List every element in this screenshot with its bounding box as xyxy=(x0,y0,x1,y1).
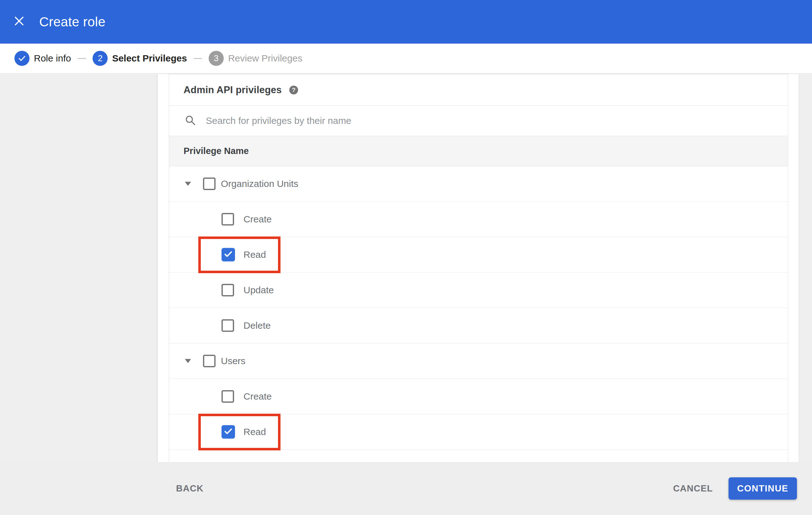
checkbox-unchecked[interactable] xyxy=(222,213,234,225)
checkbox-unchecked[interactable] xyxy=(222,319,234,332)
checkbox-unchecked[interactable] xyxy=(222,390,234,403)
table-row: Read xyxy=(169,414,788,450)
table-row: Organization Units xyxy=(169,166,788,202)
checkmark-icon xyxy=(223,426,233,438)
step-select-privileges[interactable]: 2 Select Privileges xyxy=(92,51,187,66)
step-separator xyxy=(194,58,202,59)
footer-actions: CANCEL CONTINUE xyxy=(673,462,797,515)
search-icon xyxy=(184,115,196,127)
checkbox-checked[interactable] xyxy=(222,248,235,262)
checkbox-unchecked[interactable] xyxy=(203,178,215,190)
table-row: Create xyxy=(169,379,788,414)
close-button[interactable] xyxy=(14,16,25,26)
privilege-label: Delete xyxy=(243,320,271,331)
privilege-search-row xyxy=(169,106,788,136)
privilege-label: Create xyxy=(243,391,272,402)
table-row: Create xyxy=(169,202,788,237)
collapse-triangle-icon[interactable] xyxy=(185,359,191,363)
privilege-label: Create xyxy=(243,214,272,224)
panel-heading-row: Admin API privileges ? xyxy=(169,74,788,106)
privilege-label: Organization Units xyxy=(221,178,298,189)
admin-api-privileges-panel: Admin API privileges ? Privilege Name Or… xyxy=(169,74,788,462)
stepper: Role info 2 Select Privileges 3 Review P… xyxy=(0,43,812,74)
step-role-info[interactable]: Role info xyxy=(14,51,71,66)
step-number-badge: 3 xyxy=(209,51,224,66)
checkbox-unchecked[interactable] xyxy=(222,284,234,296)
table-row: Update xyxy=(169,273,788,308)
continue-button[interactable]: CONTINUE xyxy=(729,477,797,499)
step-label: Select Privileges xyxy=(112,53,187,64)
annotation-highlight-box xyxy=(198,414,281,450)
checkbox-checked[interactable] xyxy=(222,425,235,439)
cancel-button[interactable]: CANCEL xyxy=(673,483,713,494)
privilege-label: Update xyxy=(243,285,274,296)
step-label: Review Privileges xyxy=(228,53,302,64)
step-separator xyxy=(78,58,86,59)
checkbox-unchecked[interactable] xyxy=(203,355,215,367)
table-row-clipped xyxy=(169,450,788,462)
help-icon[interactable]: ? xyxy=(289,86,298,94)
step-label: Role info xyxy=(34,53,71,64)
page-title: Create role xyxy=(39,0,106,43)
left-sidebar-area xyxy=(0,74,157,462)
app-bar: Create role xyxy=(0,0,812,43)
search-input[interactable] xyxy=(206,115,645,126)
step-number-badge: 2 xyxy=(92,51,108,66)
privilege-label: Users xyxy=(221,356,245,366)
back-button[interactable]: BACK xyxy=(176,462,204,515)
annotation-highlight-box xyxy=(198,237,281,273)
checkmark-icon xyxy=(223,249,233,261)
privilege-label: Read xyxy=(243,427,266,437)
step-review-privileges[interactable]: 3 Review Privileges xyxy=(209,51,302,66)
table-row: Users xyxy=(169,343,788,379)
scroll-gutter xyxy=(799,74,812,462)
step-completed-check-icon xyxy=(14,51,29,66)
table-column-header: Privilege Name xyxy=(169,136,788,166)
table-row: Delete xyxy=(169,308,788,343)
column-header-label: Privilege Name xyxy=(183,146,249,156)
collapse-triangle-icon[interactable] xyxy=(185,182,191,186)
wizard-footer: BACK CANCEL CONTINUE xyxy=(0,462,812,515)
table-row: Read xyxy=(169,237,788,273)
privilege-label: Read xyxy=(243,249,266,260)
panel-title: Admin API privileges xyxy=(183,84,282,96)
close-icon xyxy=(14,23,25,27)
